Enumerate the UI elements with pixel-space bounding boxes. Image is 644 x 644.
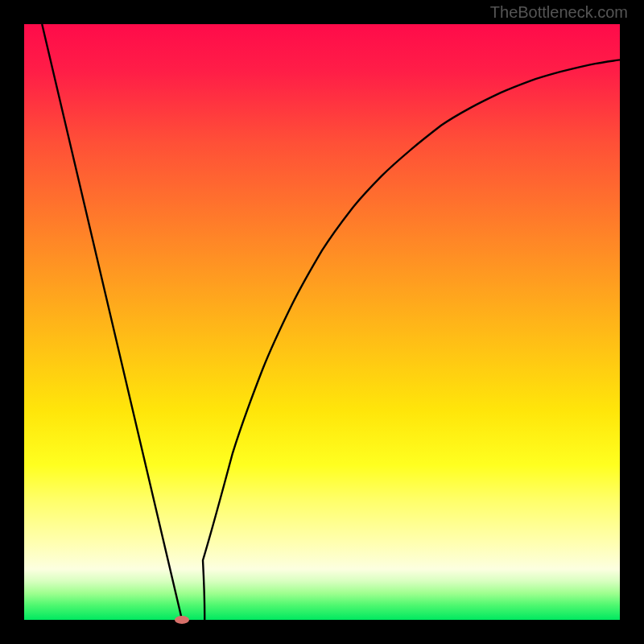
watermark-text: TheBottleneck.com bbox=[490, 3, 628, 22]
plot-area bbox=[24, 24, 620, 620]
chart-container: TheBottleneck.com bbox=[0, 0, 644, 644]
optimal-point-marker bbox=[175, 616, 189, 624]
bottleneck-curve bbox=[24, 24, 620, 620]
